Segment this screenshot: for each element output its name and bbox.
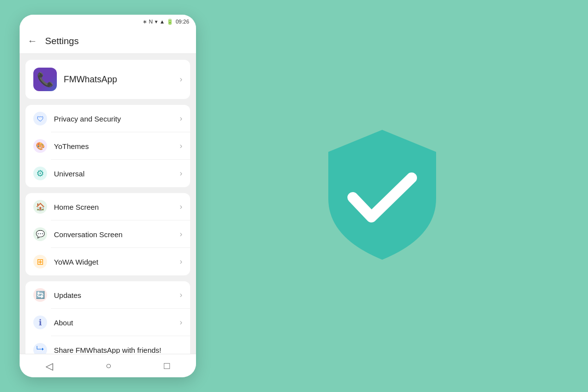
recent-nav-button[interactable]: □ bbox=[152, 356, 181, 375]
app-header-item[interactable]: 📞 FMWhatsApp › bbox=[25, 60, 190, 99]
widget-label: YoWA Widget bbox=[54, 258, 180, 266]
settings-group-2: 🏠 Home Screen › 💬 Conversation Screen › … bbox=[25, 193, 190, 275]
bottom-nav: ◁ ○ □ bbox=[20, 354, 196, 377]
back-nav-button[interactable]: ◁ bbox=[34, 356, 65, 376]
conversation-chevron: › bbox=[180, 230, 182, 239]
homescreen-chevron: › bbox=[180, 202, 182, 211]
content-area: 📞 FMWhatsApp › 🛡 Privacy and Security › … bbox=[20, 54, 196, 354]
status-bar: ∗ N ▾ ▲ 🔋 09:26 bbox=[20, 15, 196, 28]
widget-chevron: › bbox=[180, 257, 182, 266]
privacy-label: Privacy and Security bbox=[54, 115, 180, 123]
updates-icon: 🔄 bbox=[33, 288, 47, 302]
universal-icon: ⚙ bbox=[33, 167, 47, 180]
page-title: Settings bbox=[45, 36, 79, 47]
about-chevron: › bbox=[180, 318, 182, 327]
yothemes-chevron: › bbox=[180, 142, 182, 150]
yothemes-label: YoThemes bbox=[54, 142, 180, 150]
bluetooth-icon: ∗ bbox=[143, 19, 147, 25]
updates-label: Updates bbox=[54, 291, 180, 299]
menu-item-universal[interactable]: ⚙ Universal › bbox=[25, 160, 190, 187]
menu-item-widget[interactable]: ⊞ YoWA Widget › bbox=[25, 248, 190, 275]
home-nav-button[interactable]: ○ bbox=[94, 356, 123, 375]
app-chevron-icon: › bbox=[180, 75, 182, 84]
shield-container bbox=[196, 125, 568, 267]
wifi-icon: ▾ bbox=[155, 19, 158, 25]
universal-label: Universal bbox=[54, 170, 180, 178]
conversation-icon: 💬 bbox=[33, 227, 47, 241]
updates-chevron: › bbox=[180, 291, 182, 299]
settings-group-3: 🔄 Updates › ℹ About › ⮡ Share FMWhatsApp… bbox=[25, 281, 190, 354]
about-icon: ℹ bbox=[33, 316, 47, 329]
menu-item-conversation[interactable]: 💬 Conversation Screen › bbox=[25, 220, 190, 248]
privacy-icon: 🛡 bbox=[33, 112, 47, 125]
menu-item-privacy[interactable]: 🛡 Privacy and Security › bbox=[25, 105, 190, 132]
menu-item-homescreen[interactable]: 🏠 Home Screen › bbox=[25, 193, 190, 220]
homescreen-icon: 🏠 bbox=[33, 200, 47, 214]
back-button[interactable]: ← bbox=[27, 35, 37, 47]
menu-item-share[interactable]: ⮡ Share FMWhatsApp with friends! bbox=[25, 336, 190, 354]
app-icon: 📞 bbox=[33, 68, 57, 91]
app-name-label: FMWhatsApp bbox=[64, 74, 180, 85]
shield-icon bbox=[318, 125, 446, 267]
conversation-label: Conversation Screen bbox=[54, 230, 180, 239]
homescreen-label: Home Screen bbox=[54, 203, 180, 211]
nfc-icon: N bbox=[149, 19, 153, 24]
share-label: Share FMWhatsApp with friends! bbox=[54, 346, 182, 354]
privacy-chevron: › bbox=[180, 114, 182, 123]
about-label: About bbox=[54, 318, 180, 327]
menu-item-yothemes[interactable]: 🎨 YoThemes › bbox=[25, 132, 190, 160]
header: ← Settings bbox=[20, 28, 196, 54]
app-phone-icon: 📞 bbox=[37, 72, 54, 88]
share-icon: ⮡ bbox=[33, 343, 47, 354]
menu-item-about[interactable]: ℹ About › bbox=[25, 309, 190, 336]
page-wrapper: ∗ N ▾ ▲ 🔋 09:26 ← Settings 📞 FMWhatsApp bbox=[0, 0, 588, 392]
signal-icon: ▲ bbox=[160, 19, 165, 24]
battery-icon: 🔋 bbox=[167, 19, 173, 25]
settings-group-1: 🛡 Privacy and Security › 🎨 YoThemes › ⚙ … bbox=[25, 105, 190, 187]
universal-chevron: › bbox=[180, 169, 182, 178]
app-header-card: 📞 FMWhatsApp › bbox=[25, 60, 190, 99]
phone-container: ∗ N ▾ ▲ 🔋 09:26 ← Settings 📞 FMWhatsApp bbox=[20, 15, 196, 377]
menu-item-updates[interactable]: 🔄 Updates › bbox=[25, 281, 190, 309]
status-icons: ∗ N ▾ ▲ 🔋 09:26 bbox=[143, 19, 189, 25]
widget-icon: ⊞ bbox=[33, 255, 47, 269]
yothemes-icon: 🎨 bbox=[33, 139, 47, 153]
time-label: 09:26 bbox=[175, 19, 189, 24]
